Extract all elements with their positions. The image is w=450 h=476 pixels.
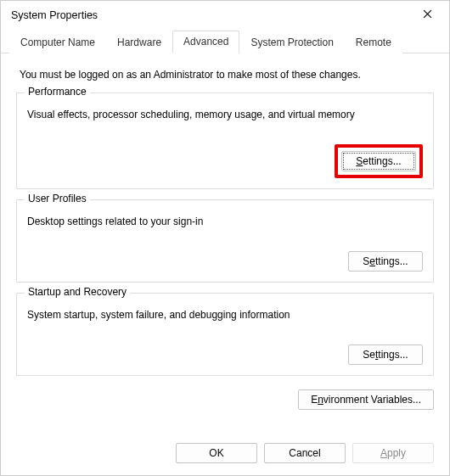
- admin-notice: You must be logged on as an Administrato…: [20, 69, 434, 81]
- close-button[interactable]: [408, 3, 446, 27]
- titlebar: System Properties: [1, 1, 449, 30]
- tab-remote[interactable]: Remote: [345, 31, 402, 53]
- tab-content-advanced: You must be logged on as an Administrato…: [1, 53, 449, 434]
- btn-label: Cancel: [289, 447, 320, 459]
- tab-label: Hardware: [117, 36, 161, 48]
- dialog-footer: OK Cancel Apply: [1, 434, 449, 475]
- group-legend-performance: Performance: [25, 86, 90, 98]
- tab-label: System Protection: [250, 36, 333, 48]
- startup-button-row: Settings...: [27, 344, 423, 365]
- tab-label: Remote: [356, 36, 391, 48]
- tab-hardware[interactable]: Hardware: [106, 31, 172, 53]
- system-properties-window: System Properties Computer Name Hardware…: [0, 0, 450, 476]
- user-profiles-desc: Desktop settings related to your sign-in: [27, 216, 423, 227]
- btn-label: OK: [209, 447, 223, 459]
- cancel-button[interactable]: Cancel: [264, 443, 346, 463]
- environment-variables-button[interactable]: Environment Variables...: [298, 389, 434, 410]
- tab-strip: Computer Name Hardware Advanced System P…: [1, 30, 449, 53]
- performance-desc: Visual effects, processor scheduling, me…: [27, 109, 423, 120]
- ok-button[interactable]: OK: [176, 443, 257, 463]
- tab-label: Computer Name: [20, 36, 95, 48]
- tab-system-protection[interactable]: System Protection: [239, 31, 344, 53]
- close-icon: [423, 9, 432, 21]
- group-performance: Performance Visual effects, processor sc…: [16, 92, 434, 189]
- tab-advanced[interactable]: Advanced: [172, 31, 239, 53]
- apply-button[interactable]: Apply: [352, 443, 434, 463]
- group-legend-user-profiles: User Profiles: [25, 193, 90, 204]
- performance-button-row: Settings...: [27, 144, 423, 178]
- group-user-profiles: User Profiles Desktop settings related t…: [16, 199, 434, 283]
- user-profiles-settings-button[interactable]: Settings...: [348, 251, 423, 272]
- startup-desc: System startup, system failure, and debu…: [27, 309, 423, 321]
- performance-settings-button[interactable]: Settings...: [341, 151, 416, 171]
- user-profiles-button-row: Settings...: [27, 251, 423, 272]
- tab-label: Advanced: [183, 36, 228, 48]
- performance-settings-highlight: Settings...: [335, 144, 423, 178]
- btn-label: ettings...: [363, 155, 401, 167]
- tab-computer-name[interactable]: Computer Name: [9, 31, 106, 53]
- window-title: System Properties: [11, 9, 98, 21]
- env-vars-row: Environment Variables...: [16, 386, 434, 410]
- group-legend-startup: Startup and Recovery: [25, 286, 130, 298]
- group-startup-recovery: Startup and Recovery System startup, sys…: [16, 293, 434, 376]
- startup-settings-button[interactable]: Settings...: [348, 344, 423, 365]
